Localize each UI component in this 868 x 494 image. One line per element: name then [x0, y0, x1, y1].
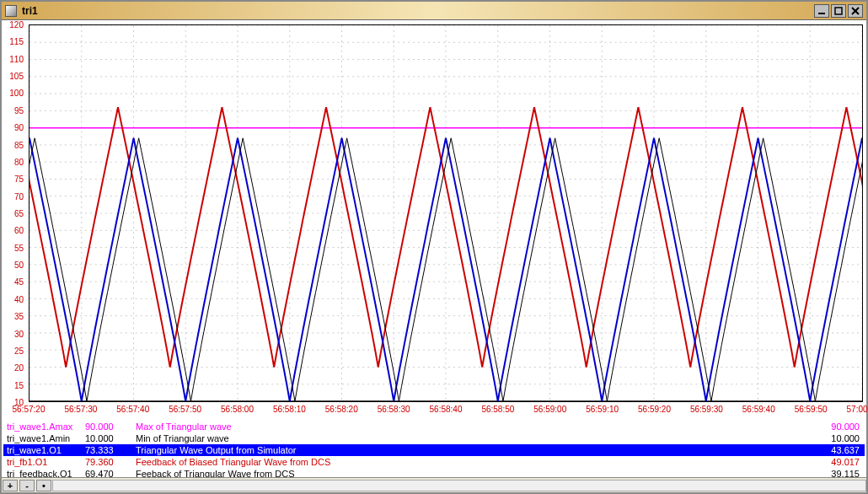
x-tick-label: 56:58:20: [325, 405, 358, 414]
signal-desc: Min of Triangular wave: [136, 433, 812, 443]
x-tick-label: 56:58:10: [273, 405, 306, 414]
signal-value: 79.360: [85, 457, 136, 467]
x-tick-label: 56:57:40: [116, 405, 149, 414]
y-tick-label: 100: [9, 89, 24, 98]
x-tick-label: 56:57:30: [64, 405, 97, 414]
x-tick-label: 56:59:50: [795, 405, 828, 414]
signal-desc: Triangular Wave Output from Simulator: [136, 445, 812, 455]
x-tick-label: 56:59:10: [586, 405, 619, 414]
y-tick-label: 50: [14, 260, 24, 270]
signal-value: 90.000: [85, 422, 136, 432]
signal-table: tri_wave1.Amax90.000Max of Triangular wa…: [3, 421, 865, 480]
signal-tag: tri_fb1.O1: [5, 457, 85, 467]
y-tick-label: 65: [14, 209, 24, 218]
signal-tag: tri_wave1.O1: [5, 445, 85, 455]
maximize-button[interactable]: [831, 4, 846, 18]
close-button[interactable]: [848, 4, 863, 18]
signal-row[interactable]: tri_wave1.Amin10.000Min of Triangular wa…: [3, 432, 865, 444]
window-controls: [814, 4, 863, 18]
signal-value: 73.333: [85, 445, 136, 455]
y-tick-label: 25: [14, 346, 24, 355]
y-tick-label: 30: [14, 329, 24, 338]
chart-svg: [29, 25, 862, 401]
window-title: tri1: [22, 5, 814, 17]
marker-button[interactable]: •: [36, 480, 51, 491]
signal-row[interactable]: tri_fb1.O179.360Feedback of Biased Trian…: [3, 456, 865, 468]
x-tick-label: 56:59:00: [533, 405, 566, 414]
y-tick-label: 70: [14, 191, 24, 201]
y-tick-label: 15: [14, 380, 24, 389]
svg-rect-1: [835, 8, 842, 14]
x-tick-label: 56:57:50: [169, 405, 201, 414]
y-tick-label: 35: [14, 312, 24, 321]
y-tick-label: 90: [14, 123, 24, 132]
y-tick-label: 20: [14, 363, 24, 373]
zoom-out-button[interactable]: -: [19, 480, 35, 491]
y-tick-label: 55: [14, 243, 24, 252]
signal-right-value: 49.017: [812, 457, 863, 467]
x-tick-label: 56:58:00: [221, 405, 254, 414]
y-tick-label: 85: [14, 140, 24, 149]
signal-desc: Feedback of Biased Triangular Wave from …: [136, 457, 812, 467]
y-tick-label: 120: [9, 20, 24, 30]
y-tick-label: 75: [14, 175, 24, 184]
chart-plot-area[interactable]: [29, 24, 863, 402]
signal-tag: tri_wave1.Amin: [5, 433, 85, 443]
minimize-button[interactable]: [814, 4, 829, 18]
y-tick-label: 110: [9, 54, 24, 63]
y-tick-label: 105: [9, 72, 24, 81]
content-area: 1015202530354045505560657075808590951001…: [2, 20, 866, 492]
signal-right-value: 10.000: [812, 433, 863, 443]
x-axis-labels: 56:57:2056:57:3056:57:4056:57:5056:58:00…: [29, 405, 863, 420]
signal-row[interactable]: tri_wave1.Amax90.000Max of Triangular wa…: [3, 421, 865, 432]
y-tick-label: 115: [9, 37, 24, 46]
signal-row[interactable]: tri_wave1.O173.333Triangular Wave Output…: [3, 444, 865, 456]
titlebar[interactable]: tri1: [2, 2, 866, 20]
x-tick-label: 56:57:20: [13, 405, 46, 414]
x-tick-label: 56:59:30: [690, 405, 723, 414]
x-tick-label: 56:59:40: [742, 405, 775, 414]
bottom-toolbar: + - •: [2, 477, 866, 492]
x-tick-label: 56:58:50: [481, 405, 514, 414]
x-tick-label: 57:00:00: [847, 405, 868, 414]
signal-right-value: 43.637: [812, 445, 863, 455]
y-tick-label: 40: [14, 294, 24, 303]
horizontal-scrollbar[interactable]: [52, 480, 866, 491]
y-tick-label: 95: [14, 105, 24, 115]
x-tick-label: 56:58:30: [378, 405, 410, 414]
y-tick-label: 80: [14, 157, 24, 166]
signal-desc: Max of Triangular wave: [136, 422, 812, 432]
y-tick-label: 45: [14, 277, 24, 287]
signal-tag: tri_wave1.Amax: [5, 422, 85, 432]
signal-right-value: 90.000: [812, 422, 863, 432]
y-axis-labels: 1015202530354045505560657075808590951001…: [2, 24, 27, 402]
app-icon: [5, 5, 17, 17]
app-window: tri1 10152025303540455055606570758085909…: [0, 0, 868, 494]
y-tick-label: 60: [14, 226, 24, 235]
x-tick-label: 56:59:20: [638, 405, 671, 414]
signal-value: 10.000: [85, 433, 136, 443]
zoom-in-button[interactable]: +: [3, 480, 18, 491]
x-tick-label: 56:58:40: [430, 405, 463, 414]
